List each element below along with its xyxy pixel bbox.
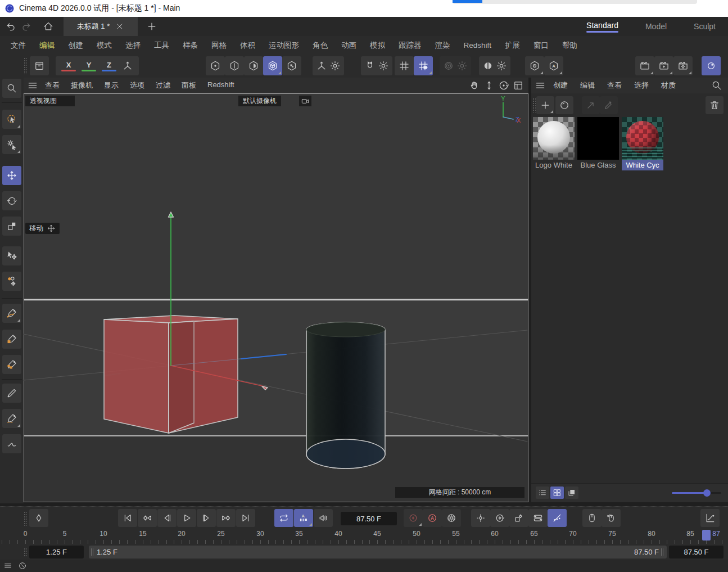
model-mode-button[interactable] <box>263 56 282 75</box>
axis-center-button[interactable] <box>525 56 544 75</box>
material-menu-item[interactable]: 查看 <box>601 80 628 91</box>
auto-axis-button[interactable]: A <box>544 56 563 75</box>
modeling-object-button[interactable] <box>2 355 21 374</box>
menu-item[interactable]: 工具 <box>148 40 175 51</box>
menu-item[interactable]: 文件 <box>4 40 32 51</box>
record-rotation-button[interactable] <box>490 509 509 527</box>
line-cut-button[interactable] <box>2 409 21 428</box>
camera-swap-button[interactable] <box>299 96 311 106</box>
tweak-tool-button[interactable] <box>2 135 21 154</box>
viewport-menu-item[interactable]: 选项 <box>124 80 150 91</box>
render-picture-viewer-button[interactable] <box>654 56 673 75</box>
range-left-grip[interactable] <box>91 548 94 556</box>
menu-item[interactable]: 样条 <box>177 40 204 51</box>
material-thumbnail[interactable] <box>577 117 619 160</box>
search-tool-button[interactable] <box>2 79 21 98</box>
points-mode-button[interactable] <box>206 56 225 75</box>
menu-item[interactable]: 体积 <box>234 40 261 51</box>
menu-item[interactable]: 跟踪器 <box>392 40 428 51</box>
grid-view-button[interactable] <box>550 487 564 499</box>
slider-knob[interactable] <box>703 489 711 497</box>
layout-tab[interactable]: Standard <box>586 21 618 33</box>
toggle-panel-icon[interactable] <box>513 80 524 91</box>
status-menu-icon[interactable] <box>3 561 12 570</box>
go-to-start-button[interactable] <box>118 509 137 527</box>
menu-item[interactable]: 角色 <box>306 40 334 51</box>
content-browser-button[interactable] <box>30 56 49 75</box>
viewport-menu-item[interactable]: 摄像机 <box>65 80 98 91</box>
material-thumbnail[interactable] <box>533 117 575 160</box>
menu-item[interactable]: Redshift <box>458 41 498 49</box>
material-burger-icon[interactable] <box>535 80 546 91</box>
orbit-view-icon[interactable] <box>498 80 509 91</box>
search-icon[interactable] <box>711 80 728 91</box>
mouse-record-button[interactable] <box>582 509 602 527</box>
glass-cylinder[interactable] <box>306 322 385 469</box>
material-item[interactable]: White Cyc <box>622 117 663 170</box>
preview-range-slider[interactable]: 1.25 F 87.50 F <box>89 546 667 559</box>
menu-item[interactable]: 编辑 <box>33 40 61 51</box>
menu-item[interactable]: 网格 <box>205 40 233 51</box>
menu-item[interactable]: 窗口 <box>527 40 555 51</box>
viewport-menu-item[interactable]: 过滤 <box>150 80 176 91</box>
material-thumbnail[interactable] <box>622 117 663 160</box>
menu-item[interactable]: 模拟 <box>364 40 391 51</box>
render-view-button[interactable] <box>635 56 654 75</box>
toolbar-grip[interactable] <box>24 57 27 74</box>
material-menu-item[interactable]: 编辑 <box>574 80 601 91</box>
edges-mode-button[interactable] <box>225 56 244 75</box>
document-tab[interactable]: 未标题 1 * <box>64 17 138 36</box>
grid-button[interactable] <box>395 56 414 75</box>
material-menu-item[interactable]: 选择 <box>628 80 655 91</box>
redo-button[interactable] <box>19 20 33 33</box>
camera-label[interactable]: 默认摄像机 <box>238 96 281 106</box>
view-label[interactable]: 透视视图 <box>25 96 75 106</box>
thumbnail-size-slider[interactable] <box>672 492 721 494</box>
record-parameter-button[interactable] <box>528 509 548 527</box>
new-material-button[interactable] <box>555 96 573 114</box>
playhead-marker[interactable] <box>702 530 711 541</box>
layer-view-button[interactable] <box>565 487 578 499</box>
record-scale-button[interactable] <box>509 509 528 527</box>
snap-button[interactable] <box>361 56 392 75</box>
menu-item[interactable]: 动画 <box>335 40 363 51</box>
pan-view-icon[interactable] <box>469 80 480 91</box>
previous-key-button[interactable] <box>138 509 157 527</box>
material-menu-item[interactable]: 材质 <box>655 80 682 91</box>
multi-move-tool-button[interactable] <box>2 272 21 291</box>
panel-grip[interactable] <box>532 98 536 112</box>
zoom-view-icon[interactable] <box>483 80 495 91</box>
record-pla-button[interactable] <box>548 509 567 527</box>
viewport-menu-item[interactable]: 查看 <box>39 80 65 91</box>
menu-item[interactable]: 渲染 <box>429 40 456 51</box>
spline-pen-button[interactable] <box>2 304 21 323</box>
new-tab-button[interactable] <box>145 20 159 33</box>
menu-item[interactable]: 模式 <box>91 40 118 51</box>
loop-playback-button[interactable] <box>274 509 293 527</box>
symmetry-button[interactable] <box>479 56 510 75</box>
timeline-editor-button[interactable] <box>700 509 720 527</box>
select-move-tool-button[interactable] <box>2 246 21 265</box>
render-settings-button[interactable] <box>673 56 693 75</box>
range-end-field[interactable]: 87.50 F <box>669 546 724 559</box>
menu-item[interactable]: 选择 <box>119 40 147 51</box>
brush-tool-button[interactable] <box>2 384 21 403</box>
menu-item[interactable]: 帮助 <box>556 40 584 51</box>
layout-tab[interactable]: Sculpt <box>694 22 716 31</box>
add-material-button[interactable] <box>536 96 554 114</box>
menu-item[interactable]: 运动图形 <box>263 40 305 51</box>
delete-material-button[interactable] <box>706 96 724 114</box>
undo-button[interactable] <box>4 20 18 33</box>
next-key-button[interactable] <box>216 509 236 527</box>
range-grip[interactable] <box>24 548 27 557</box>
play-button[interactable] <box>177 509 196 527</box>
polygons-mode-button[interactable] <box>244 56 263 75</box>
timeline-ruler[interactable]: 0 5 10 15 20 25 30 35 40 45 50 55 60 65 … <box>0 529 728 544</box>
previous-frame-button[interactable] <box>157 509 177 527</box>
autokey-button[interactable]: A <box>423 509 442 527</box>
record-keyframe-button[interactable] <box>404 509 423 527</box>
scale-tool-button[interactable] <box>2 217 21 236</box>
close-tab-icon[interactable] <box>115 22 124 31</box>
range-right-grip[interactable] <box>661 548 664 556</box>
material-item[interactable]: Blue Glass <box>577 117 619 170</box>
